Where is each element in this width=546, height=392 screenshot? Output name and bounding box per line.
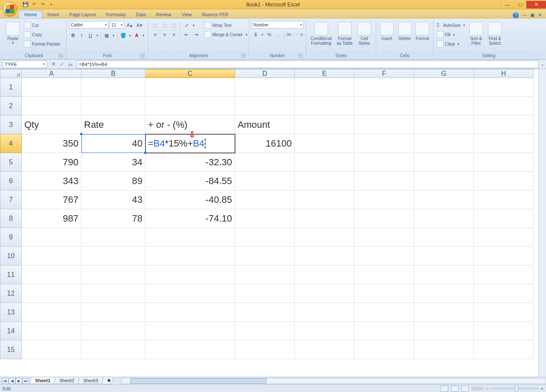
cell-B14[interactable] [81,322,145,340]
fill-color-button[interactable]: 🪣 [119,31,127,40]
align-right-button[interactable]: ≡ [170,30,178,39]
font-color-dd[interactable]: ▾ [142,31,145,40]
formula-input[interactable]: =B4*15%+B4 [77,61,538,68]
cell-C13[interactable] [145,303,235,322]
cancel-formula-icon[interactable]: ✕ [49,61,57,68]
sheet-tab-2[interactable]: Sheet2 [54,378,80,384]
align-top-button[interactable]: ⬚ [151,21,160,29]
cell-H13[interactable] [474,303,534,322]
cell-B8[interactable]: 78 [81,209,145,228]
restore-window-icon[interactable]: ▣ [530,12,534,18]
decrease-indent-button[interactable]: ⇤ [182,30,191,39]
cell-G3[interactable] [414,115,474,134]
select-all-corner[interactable] [0,69,22,78]
border-button[interactable]: ▦ [103,31,110,40]
row-header-9[interactable]: 9 [0,228,22,247]
cell-G14[interactable] [414,322,474,340]
row-header-7[interactable]: 7 [0,190,22,209]
cell-A3[interactable]: Qty [22,115,81,134]
orientation-button[interactable]: ⤢ [182,21,191,29]
cell-A15[interactable] [22,340,81,359]
tab-home[interactable]: Home [19,10,42,18]
cell-D3[interactable]: Amount [235,115,295,134]
cell-E5[interactable] [295,153,354,172]
cell-A10[interactable] [22,247,81,265]
alignment-launcher[interactable]: ↘ [241,54,245,58]
column-header-F[interactable]: F [354,69,414,78]
tab-insert[interactable]: Insert [42,11,64,18]
sheet-tab-1[interactable]: Sheet1 [29,378,56,384]
row-header-3[interactable]: 3 [0,115,22,134]
cell-A11[interactable] [22,265,81,284]
cell-B12[interactable] [81,284,145,303]
tab-nuance-pdf[interactable]: Nuance PDF [197,11,234,18]
row-header-4[interactable]: 4 [0,134,22,153]
find-select-button[interactable]: Find & Select [486,21,503,46]
tab-formulas[interactable]: Formulas [101,11,131,18]
row-header-13[interactable]: 13 [0,303,22,322]
zoom-out-button[interactable]: − [486,386,488,391]
cell-D7[interactable] [235,190,295,209]
cell-E6[interactable] [295,172,354,190]
zoom-in-button[interactable]: + [541,386,543,391]
cell-G6[interactable] [414,172,474,190]
cell-G12[interactable] [414,284,474,303]
align-left-button[interactable]: ≡ [151,30,160,39]
row-header-12[interactable]: 12 [0,284,22,303]
cell-D13[interactable] [235,303,295,322]
cell-F1[interactable] [354,78,414,97]
cell-B10[interactable] [81,247,145,265]
cell-D4[interactable]: 16100 [235,134,295,153]
sheet-nav-next[interactable]: ▶ [15,378,22,384]
cell-D14[interactable] [235,322,295,340]
name-box[interactable]: TYPE▾ [3,61,47,68]
cell-E15[interactable] [295,340,354,359]
cell-H14[interactable] [474,322,534,340]
cell-H10[interactable] [474,247,534,265]
delete-cells-button[interactable]: Delete [397,21,413,41]
cell-E14[interactable] [295,322,354,340]
cell-A5[interactable]: 790 [22,153,81,172]
cell-C15[interactable] [145,340,235,359]
align-center-button[interactable]: ≡ [160,30,169,39]
qat-save-icon[interactable]: 💾 [22,1,29,8]
cell-G10[interactable] [414,247,474,265]
fx-icon[interactable]: ƒx [67,61,74,68]
cell-G8[interactable] [414,209,474,228]
cell-G4[interactable] [414,134,474,153]
qat-undo-icon[interactable]: ↶ [31,1,38,8]
cell-C9[interactable] [145,228,235,247]
cell-D11[interactable] [235,265,295,284]
cell-E3[interactable] [295,115,354,134]
cell-G7[interactable] [414,190,474,209]
cell-F8[interactable] [354,209,414,228]
tab-data[interactable]: Data [131,11,151,18]
cell-E10[interactable] [295,247,354,265]
cell-B4[interactable]: 40 [81,134,145,153]
cell-E12[interactable] [295,284,354,303]
cell-F11[interactable] [354,265,414,284]
conditional-formatting-button[interactable]: Conditional Formatting [309,21,334,46]
row-header-11[interactable]: 11 [0,265,22,284]
zoom-level[interactable]: 230% [471,386,483,391]
cell-E4[interactable] [295,134,354,153]
border-dd[interactable]: ▾ [112,31,116,40]
format-as-table-button[interactable]: Format as Table [335,21,354,46]
cell-F15[interactable] [354,340,414,359]
cell-H5[interactable] [474,153,534,172]
cell-E8[interactable] [295,209,354,228]
cell-G15[interactable] [414,340,474,359]
fill-button[interactable]: Fill▾ [436,30,466,39]
cell-F3[interactable] [354,115,414,134]
font-launcher[interactable]: ↘ [140,54,145,58]
row-header-5[interactable]: 5 [0,153,22,172]
cell-C4[interactable]: =B4*15%+B4⇩ [145,134,235,153]
page-layout-view-button[interactable] [451,386,459,392]
column-header-D[interactable]: D [235,69,295,78]
cell-F7[interactable] [354,190,414,209]
vertical-scrollbar[interactable] [538,69,546,377]
fill-color-dd[interactable]: ▾ [128,31,132,40]
cell-A2[interactable] [22,97,81,115]
italic-button[interactable]: I [78,31,85,40]
wrap-text-button[interactable]: Wrap Text [203,21,251,29]
